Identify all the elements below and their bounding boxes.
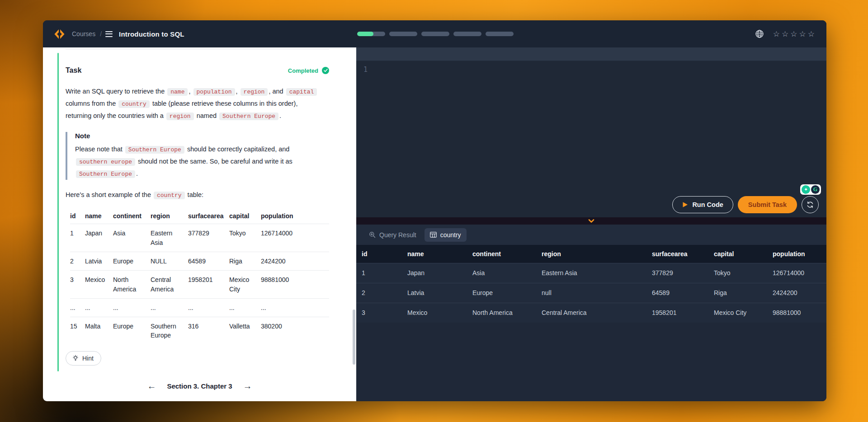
chapter-navigation: ← Section 3. Chapter 3 → — [43, 381, 356, 390]
browser-extension-badge[interactable]: ✦ G — [800, 184, 821, 195]
task-card-top-border — [66, 49, 329, 49]
tab-country-label: country — [440, 231, 461, 239]
column-header: surfacearea — [188, 208, 229, 224]
inline-code-chip: region — [166, 113, 194, 120]
panel-resizer[interactable] — [356, 217, 826, 225]
inline-code-chip: country — [154, 192, 185, 199]
chevron-down-icon — [588, 219, 594, 223]
note-title: Note — [75, 132, 319, 140]
table-row: 3MexicoNorth AmericaCentral America19582… — [356, 303, 826, 323]
column-header: region — [151, 208, 188, 224]
result-table: idnamecontinentregionsurfaceareacapitalp… — [356, 245, 826, 323]
table-icon — [430, 232, 437, 238]
progress-segment[interactable] — [421, 32, 449, 36]
play-icon — [682, 202, 688, 208]
inline-code-chip: Southern Europe — [125, 146, 184, 154]
inline-code-chip: name — [167, 88, 188, 96]
breadcrumb-separator: / — [100, 30, 102, 38]
inline-code-chip: Southern Europe — [76, 170, 135, 178]
completed-check-icon — [322, 67, 329, 74]
tab-query-result-label: Query Result — [379, 231, 416, 239]
column-header: population — [261, 208, 329, 224]
task-panel: Task Completed Write an SQL query to ret… — [43, 47, 356, 401]
table-row: 1JapanAsiaEastern Asia377829Tokyo1267140… — [356, 263, 826, 283]
breadcrumb-courses-link[interactable]: Courses — [72, 30, 95, 38]
globe-icon[interactable] — [755, 29, 764, 38]
progress-segment[interactable] — [486, 32, 514, 36]
results-tab-bar: Query Result country — [356, 225, 826, 245]
submit-task-button[interactable]: Submit Task — [738, 196, 797, 213]
editor-line-number: 1 — [363, 66, 368, 74]
result-table-header-row: idnamecontinentregionsurfaceareacapitalp… — [356, 245, 826, 263]
run-code-button[interactable]: Run Code — [672, 196, 733, 213]
lightbulb-icon — [72, 355, 79, 362]
hint-button[interactable]: Hint — [66, 351, 101, 366]
progress-segment[interactable] — [453, 32, 481, 36]
course-progress-bar — [357, 32, 514, 36]
star-rating[interactable]: ☆☆☆☆☆ — [773, 29, 816, 39]
task-title: Task — [66, 66, 81, 75]
code-editor[interactable]: 1 ✦ G Run Code Submit Task — [356, 61, 826, 217]
task-status: Completed — [288, 67, 329, 74]
column-header: region — [536, 245, 646, 263]
tab-country[interactable]: country — [425, 228, 467, 242]
chapter-nav-label: Section 3. Chapter 3 — [167, 382, 232, 390]
note-block: Note Please note that Southern Europe sh… — [66, 132, 319, 180]
table-row: 2LatviaEuropeNULL64589Riga2424200 — [70, 252, 329, 270]
table-row: 15MaltaEuropeSouthern Europe316Valletta3… — [70, 317, 329, 345]
note-body: Please note that Southern Europe should … — [75, 143, 319, 180]
editor-toolbar — [356, 47, 826, 61]
app-window: Courses / Introduction to SQL ☆☆☆☆☆ — [43, 20, 826, 401]
run-code-label: Run Code — [692, 201, 723, 208]
inline-code-chip: region — [241, 88, 268, 96]
task-description: Write an SQL query to retrieve the name,… — [66, 85, 321, 122]
inline-code-chip: Southern Europe — [219, 113, 278, 120]
prev-chapter-button[interactable]: ← — [147, 381, 156, 390]
inline-code-chip: capital — [286, 88, 317, 96]
inline-code-chip: population — [193, 88, 235, 96]
column-header: id — [70, 208, 85, 224]
column-header: name — [402, 245, 467, 263]
topbar-right-controls: ☆☆☆☆☆ — [755, 29, 817, 39]
editor-actions: Run Code Submit Task — [672, 196, 819, 213]
reset-code-button[interactable] — [802, 196, 819, 213]
submit-task-label: Submit Task — [748, 201, 787, 208]
chapter-progress-indicator — [57, 53, 59, 371]
main-split: Task Completed Write an SQL query to ret… — [43, 47, 826, 401]
progress-segment[interactable] — [389, 32, 417, 36]
column-header: capital — [229, 208, 261, 224]
breadcrumb: Courses / — [72, 30, 102, 38]
column-header: name — [85, 208, 113, 224]
refresh-icon — [806, 201, 814, 209]
inline-code-chip: southern europe — [76, 158, 135, 166]
codefinity-logo-icon[interactable] — [53, 28, 66, 40]
editor-pane: 1 ✦ G Run Code Submit Task — [356, 47, 826, 401]
column-header: population — [767, 245, 826, 263]
column-header: id — [356, 245, 402, 263]
grammarly-icon: G — [811, 185, 820, 194]
tab-query-result[interactable]: Query Result — [363, 228, 422, 242]
table-row: 1JapanAsiaEastern Asia377829Tokyo1267140… — [70, 224, 329, 252]
top-bar: Courses / Introduction to SQL ☆☆☆☆☆ — [43, 20, 826, 47]
example-intro: Here's a short example of the country ta… — [66, 189, 321, 201]
status-label: Completed — [288, 67, 318, 74]
progress-segment[interactable] — [357, 32, 385, 36]
next-chapter-button[interactable]: → — [243, 381, 252, 390]
column-header: surfacearea — [646, 245, 708, 263]
table-row: 3MexicoNorth AmericaCentral America19582… — [70, 271, 329, 299]
table-row: 2LatviaEuropenull64589Riga2424200 — [356, 283, 826, 303]
example-table-header-row: idnamecontinentregionsurfaceareacapitalp… — [70, 208, 329, 224]
course-menu-icon[interactable] — [104, 29, 114, 39]
example-country-table: idnamecontinentregionsurfaceareacapitalp… — [70, 208, 329, 344]
magnifier-icon — [369, 231, 376, 238]
query-result-area: idnamecontinentregionsurfaceareacapitalp… — [356, 245, 826, 401]
column-header: continent — [467, 245, 536, 263]
hint-label: Hint — [82, 355, 94, 362]
table-row: ..................... — [70, 298, 329, 317]
column-header: continent — [113, 208, 151, 224]
inline-code-chip: country — [118, 100, 150, 108]
extension-assistant-icon: ✦ — [802, 185, 810, 194]
course-title: Introduction to SQL — [119, 30, 184, 38]
task-panel-scrollbar[interactable] — [353, 309, 355, 365]
column-header: capital — [708, 245, 767, 263]
